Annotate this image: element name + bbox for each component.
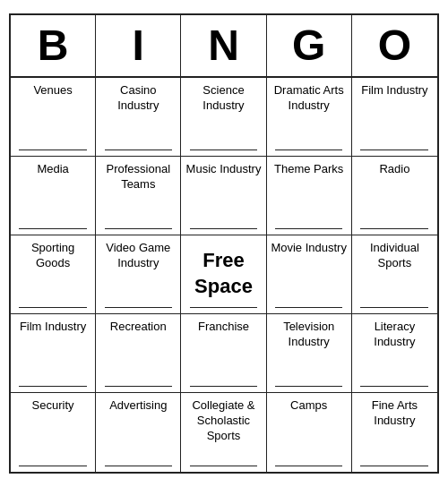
cell-text-2: Science Industry [185,83,262,114]
cell-underline-21 [105,466,172,466]
cell-underline-5 [19,228,86,229]
cell-text-14: Individual Sports [356,241,434,271]
bingo-card: BINGO VenuesCasino IndustryScience Indus… [9,13,439,474]
cell-underline-6 [105,228,172,229]
cell-text-16: Recreation [110,320,167,335]
bingo-cell-0: Venues [11,78,96,157]
cell-underline-10 [19,307,86,308]
cell-underline-22 [190,466,257,466]
bingo-cell-20: Security [11,393,96,472]
bingo-cell-7: Music Industry [181,157,266,235]
bingo-cell-8: Theme Parks [267,157,352,235]
bingo-grid: VenuesCasino IndustryScience IndustryDra… [11,78,437,472]
cell-underline-8 [275,228,342,229]
cell-text-9: Radio [379,162,409,177]
cell-underline-9 [360,228,428,229]
bingo-letter-o: O [352,15,437,77]
bingo-cell-15: Film Industry [11,314,96,393]
cell-underline-24 [360,466,428,466]
cell-underline-16 [105,386,172,387]
cell-text-18: Television Industry [271,320,348,350]
bingo-cell-19: Literacy Industry [352,314,437,393]
bingo-letter-i: I [96,15,181,77]
cell-text-0: Venues [33,83,72,98]
bingo-cell-11: Video Game Industry [96,235,181,314]
cell-text-5: Media [37,162,68,177]
cell-underline-2 [190,150,257,150]
bingo-cell-18: Television Industry [267,314,352,393]
cell-text-10: Sporting Goods [14,241,91,271]
cell-text-15: Film Industry [20,320,86,335]
bingo-letter-g: G [267,15,352,77]
cell-underline-14 [360,307,428,308]
bingo-cell-17: Franchise [181,314,266,393]
cell-text-4: Film Industry [361,83,427,98]
bingo-cell-1: Casino Industry [96,78,181,157]
cell-underline-15 [19,386,86,387]
bingo-cell-10: Sporting Goods [11,235,96,314]
bingo-cell-16: Recreation [96,314,181,393]
bingo-letter-n: N [181,15,266,77]
bingo-cell-14: Individual Sports [352,235,437,314]
cell-underline-13 [275,307,342,308]
cell-text-8: Theme Parks [274,162,343,177]
bingo-cell-23: Camps [267,393,352,472]
bingo-cell-3: Dramatic Arts Industry [267,78,352,157]
cell-text-12: Free Space [185,248,262,299]
bingo-cell-6: Professional Teams [96,157,181,235]
cell-text-24: Fine Arts Industry [356,398,434,429]
bingo-cell-21: Advertising [96,393,181,472]
bingo-cell-5: Media [11,157,96,235]
cell-text-23: Camps [290,398,327,414]
bingo-cell-22: Collegiate & Scholastic Sports [181,393,266,472]
cell-underline-19 [360,386,428,387]
cell-underline-4 [360,150,428,150]
cell-underline-23 [275,466,342,466]
bingo-cell-24: Fine Arts Industry [352,393,437,472]
cell-underline-18 [275,386,342,387]
cell-text-13: Movie Industry [271,241,347,256]
cell-text-6: Professional Teams [99,162,177,192]
cell-underline-20 [19,466,86,466]
cell-underline-3 [275,150,342,150]
bingo-cell-12: Free Space [181,235,266,314]
cell-text-7: Music Industry [186,162,262,177]
bingo-cell-9: Radio [352,157,437,235]
cell-text-20: Security [32,398,74,414]
cell-text-19: Literacy Industry [356,320,434,350]
cell-text-3: Dramatic Arts Industry [271,83,348,114]
cell-underline-11 [105,307,172,308]
cell-text-11: Video Game Industry [99,241,177,271]
cell-underline-0 [19,150,86,150]
cell-text-17: Franchise [198,320,249,335]
bingo-cell-4: Film Industry [352,78,437,157]
bingo-cell-13: Movie Industry [267,235,352,314]
cell-underline-7 [190,228,257,229]
cell-underline-12 [190,307,257,308]
cell-underline-17 [190,386,257,387]
cell-text-22: Collegiate & Scholastic Sports [185,398,262,444]
bingo-letter-b: B [11,15,96,77]
cell-text-21: Advertising [109,398,167,414]
cell-text-1: Casino Industry [99,83,177,114]
cell-underline-1 [105,150,172,150]
bingo-header: BINGO [11,15,437,79]
bingo-cell-2: Science Industry [181,78,266,157]
